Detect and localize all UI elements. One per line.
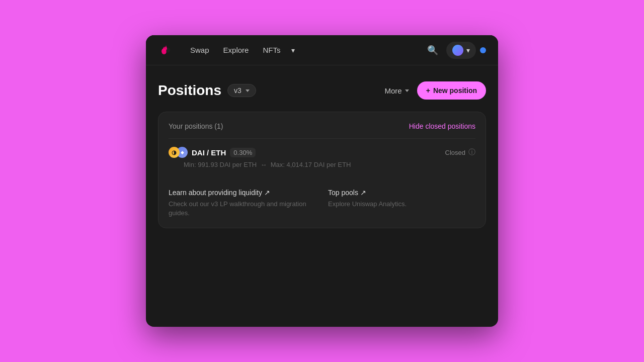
token-icons: ◑ ◆ (169, 147, 188, 158)
nav-swap[interactable]: Swap (184, 42, 215, 58)
nav-links: Swap Explore NFTs ▾ (184, 42, 423, 58)
position-pair: DAI / ETH (192, 148, 226, 157)
range-min: 991.93 DAI per ETH (198, 161, 257, 168)
new-position-label: New position (433, 86, 477, 95)
page-header-left: Positions v3 (158, 82, 256, 99)
top-pools-card-desc: Explore Uniswap Analytics. (328, 200, 475, 209)
new-position-button[interactable]: + New position (417, 81, 486, 100)
position-range: Min: 991.93 DAI per ETH ↔ Max: 4,014.17 … (169, 161, 475, 168)
hide-closed-button[interactable]: Hide closed positions (409, 122, 475, 130)
position-row: ◑ ◆ DAI / ETH 0.30% Closed ⓘ (169, 147, 475, 158)
logo[interactable] (158, 42, 174, 58)
positions-header: Your positions (1) Hide closed positions (169, 122, 475, 130)
version-chevron-icon (246, 89, 250, 92)
more-chevron-icon (405, 89, 409, 92)
app-window: Swap Explore NFTs ▾ 🔍 ▾ Positions (146, 35, 498, 327)
position-right: Closed ⓘ (445, 148, 475, 157)
top-pools-card-title[interactable]: Top pools ↗ (328, 189, 475, 197)
range-max: 4,014.17 DAI per ETH (286, 161, 351, 168)
position-fee: 0.30% (230, 148, 256, 157)
plus-icon: + (426, 86, 430, 95)
position-item: ◑ ◆ DAI / ETH 0.30% Closed ⓘ Min: 991.93… (169, 138, 475, 176)
more-button[interactable]: More (383, 82, 411, 99)
wallet-button[interactable]: ▾ (446, 42, 476, 59)
nav-explore[interactable]: Explore (217, 42, 255, 58)
main-content: Positions v3 More + New position (146, 65, 498, 244)
nav-right: 🔍 ▾ (423, 41, 486, 60)
nav-more-dropdown[interactable]: ▾ (288, 42, 298, 58)
version-selector[interactable]: v3 (227, 84, 256, 97)
dai-icon: ◑ (169, 147, 180, 158)
bottom-section: Learn about providing liquidity ↗ Check … (169, 176, 475, 218)
status-dot (480, 47, 486, 53)
learn-card-desc: Check out our v3 LP walkthrough and migr… (169, 200, 316, 218)
page-header-right: More + New position (383, 81, 487, 100)
position-left: ◑ ◆ DAI / ETH 0.30% (169, 147, 256, 158)
info-icon: ⓘ (468, 148, 475, 157)
wallet-chevron: ▾ (466, 46, 470, 54)
positions-count: Your positions (1) (169, 122, 223, 130)
learn-card: Learn about providing liquidity ↗ Check … (169, 189, 316, 218)
nav-nfts[interactable]: NFTs (257, 42, 286, 58)
version-label: v3 (234, 86, 242, 95)
search-button[interactable]: 🔍 (423, 41, 442, 60)
learn-card-title[interactable]: Learn about providing liquidity ↗ (169, 189, 316, 197)
top-pools-card: Top pools ↗ Explore Uniswap Analytics. (328, 189, 475, 218)
avatar (452, 45, 463, 56)
closed-badge: Closed (445, 149, 465, 156)
search-icon: 🔍 (427, 45, 438, 56)
navbar: Swap Explore NFTs ▾ 🔍 ▾ (146, 35, 498, 65)
page-header: Positions v3 More + New position (158, 81, 486, 100)
page-title: Positions (158, 82, 221, 99)
positions-card: Your positions (1) Hide closed positions… (158, 112, 486, 228)
more-label: More (385, 86, 402, 95)
